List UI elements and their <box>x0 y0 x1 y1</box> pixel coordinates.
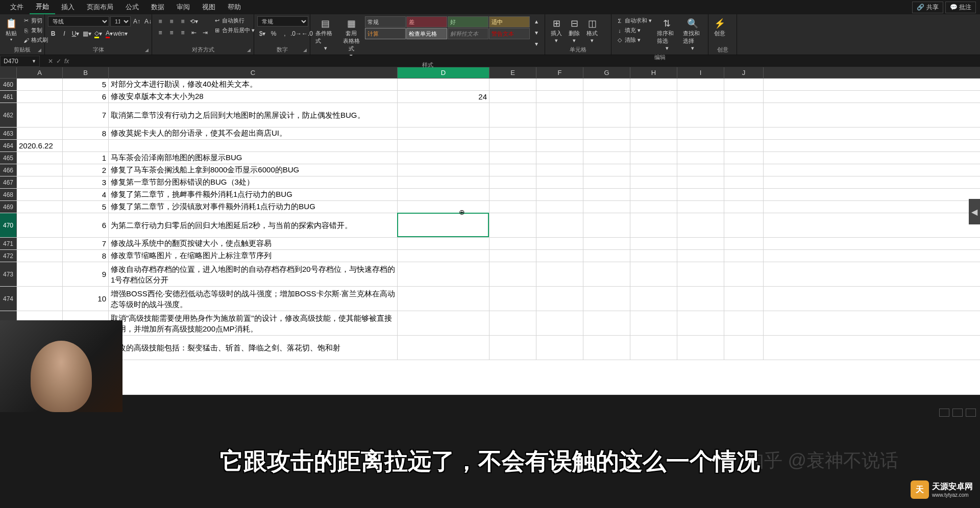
style-cell[interactable]: 差 <box>406 16 447 28</box>
border-button[interactable]: ▦▾ <box>82 29 92 39</box>
cell[interactable] <box>536 213 583 237</box>
row-header[interactable]: 474 <box>0 287 17 311</box>
cell[interactable] <box>583 164 630 176</box>
row-header[interactable]: 467 <box>0 176 17 188</box>
cell[interactable] <box>724 213 764 237</box>
cell[interactable] <box>17 79 63 90</box>
cell[interactable] <box>724 250 764 262</box>
cell[interactable] <box>677 262 724 286</box>
cell[interactable]: 7 <box>63 103 109 127</box>
cell[interactable] <box>630 128 677 139</box>
cell[interactable] <box>724 336 764 360</box>
tab-home[interactable]: 开始 <box>30 0 55 14</box>
cell[interactable]: 为第二章行动力归零后的回归大地图延后2秒，与当前的探索内容错开。 <box>109 213 398 237</box>
cell[interactable] <box>677 128 724 139</box>
tab-data[interactable]: 数据 <box>145 1 170 14</box>
cell[interactable] <box>724 238 764 249</box>
cell[interactable] <box>489 164 536 176</box>
cell[interactable] <box>536 103 583 127</box>
cell[interactable] <box>583 250 630 262</box>
cell[interactable] <box>630 103 677 127</box>
currency-button[interactable]: $▾ <box>257 29 267 39</box>
format-cells-button[interactable]: ◫格式▾ <box>584 16 600 45</box>
style-cell[interactable]: 警告文本 <box>489 28 530 39</box>
cell[interactable] <box>630 336 677 360</box>
align-left-button[interactable]: ≡ <box>155 28 165 38</box>
share-button[interactable]: 🔗 共享 <box>912 2 943 13</box>
cell[interactable] <box>398 140 489 151</box>
column-header[interactable]: D <box>398 67 489 78</box>
number-format-select[interactable]: 常规 <box>257 16 308 27</box>
cell[interactable] <box>677 201 724 213</box>
cell[interactable] <box>489 128 536 139</box>
align-bottom-button[interactable]: ≡ <box>178 16 188 27</box>
cell[interactable] <box>489 91 536 103</box>
align-center-button[interactable]: ≡ <box>166 28 177 38</box>
cell[interactable]: 8 <box>63 250 109 262</box>
cell[interactable] <box>398 311 489 335</box>
cell[interactable] <box>724 311 764 335</box>
cell[interactable] <box>677 103 724 127</box>
cell[interactable] <box>398 176 489 188</box>
cell[interactable]: 4 <box>63 189 109 200</box>
cell[interactable] <box>724 287 764 311</box>
tab-formulas[interactable]: 公式 <box>119 1 145 14</box>
style-cell[interactable]: 解释性文本 <box>448 28 488 39</box>
view-break-button[interactable] <box>966 409 976 417</box>
cell[interactable] <box>583 287 630 311</box>
column-header[interactable]: F <box>536 67 583 78</box>
cell[interactable]: 8 <box>63 128 109 139</box>
cell[interactable] <box>489 201 536 213</box>
cell[interactable] <box>583 176 630 188</box>
tab-insert[interactable]: 插入 <box>55 1 81 14</box>
column-header[interactable]: C <box>109 67 398 78</box>
tab-file[interactable]: 文件 <box>4 1 30 14</box>
cell[interactable] <box>630 176 677 188</box>
paste-button[interactable]: 📋 粘贴▾ <box>3 16 19 43</box>
cell[interactable] <box>583 103 630 127</box>
fx-button[interactable]: fx <box>64 58 69 65</box>
wrap-text-button[interactable]: ↩自动换行 <box>212 16 256 25</box>
gallery-more-button[interactable]: ▾ <box>531 39 542 49</box>
orientation-button[interactable]: ⟲▾ <box>189 16 199 27</box>
dialog-launcher-icon[interactable]: ◢ <box>38 47 41 53</box>
cell[interactable] <box>17 262 63 286</box>
cell[interactable] <box>398 287 489 311</box>
cell[interactable] <box>489 336 536 360</box>
cell[interactable] <box>630 311 677 335</box>
cell[interactable] <box>17 287 63 311</box>
cell[interactable] <box>489 311 536 335</box>
cell[interactable] <box>489 189 536 200</box>
row-header[interactable]: 465 <box>0 152 17 164</box>
cell[interactable] <box>489 250 536 262</box>
cell[interactable] <box>398 238 489 249</box>
spreadsheet-grid[interactable]: 4605对部分文本进行勘误，修改40处相关文本。4616修改安卓版本文本大小为2… <box>0 79 980 395</box>
cell[interactable] <box>583 262 630 286</box>
cell[interactable]: 9 <box>63 262 109 286</box>
enter-formula-button[interactable]: ✓ <box>56 58 61 65</box>
cell[interactable] <box>17 176 63 188</box>
cell[interactable] <box>17 103 63 127</box>
row-header[interactable]: 460 <box>0 79 17 90</box>
percent-button[interactable]: % <box>268 29 279 39</box>
cancel-formula-button[interactable]: ✕ <box>48 58 53 65</box>
tab-layout[interactable]: 页面布局 <box>81 1 119 14</box>
cell[interactable]: 对部分文本进行勘误，修改40处相关文本。 <box>109 79 398 90</box>
cell[interactable] <box>677 91 724 103</box>
cell[interactable] <box>17 152 63 164</box>
indent-inc-button[interactable]: ⇥ <box>200 28 210 38</box>
column-header[interactable]: G <box>583 67 630 78</box>
cell[interactable]: 修改战斗系统中的翻页按键大小，使点触更容易 <box>109 238 398 249</box>
cell[interactable]: 6 <box>63 213 109 237</box>
cell[interactable]: 2 <box>63 164 109 176</box>
italic-button[interactable]: I <box>59 29 69 39</box>
cell[interactable]: 6 <box>63 91 109 103</box>
cell[interactable] <box>724 201 764 213</box>
comma-button[interactable]: , <box>280 29 290 39</box>
cell[interactable] <box>583 213 630 237</box>
cell[interactable] <box>489 140 536 151</box>
cell[interactable] <box>724 103 764 127</box>
cell[interactable] <box>583 336 630 360</box>
cell[interactable] <box>677 213 724 237</box>
column-header[interactable]: A <box>17 67 63 78</box>
